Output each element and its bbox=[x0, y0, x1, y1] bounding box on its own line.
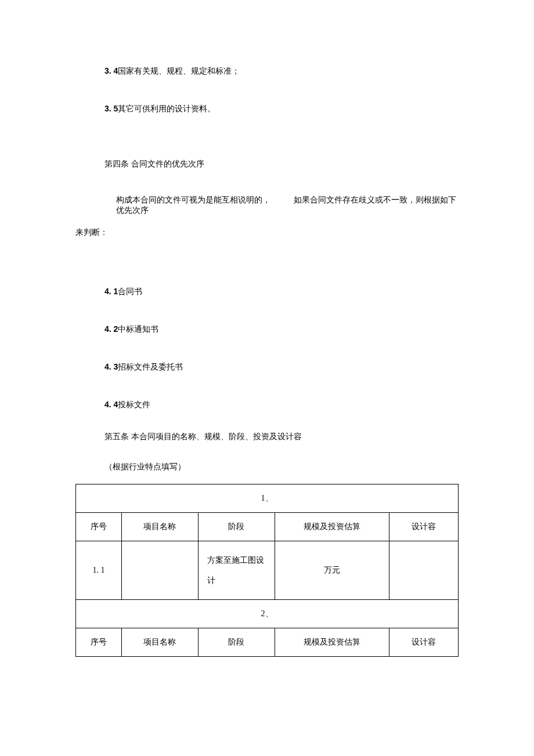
cell-design-content bbox=[389, 541, 459, 599]
header-scale-investment: 规模及投资估算 bbox=[275, 628, 389, 656]
data-row-1-1: 1. 1 方案至施工图设计 万元 bbox=[76, 541, 459, 599]
para-text: 其它可供利用的设计资料。 bbox=[118, 104, 215, 113]
body-part-a: 构成本合同的文件可视为是能互相说明的， bbox=[116, 196, 270, 204]
section-4-body-line1: 构成本合同的文件可视为是能互相说明的，如果合同文件存在歧义或不一致，则根据如下优… bbox=[75, 195, 459, 216]
para-text: 投标文件 bbox=[118, 400, 150, 409]
section-5-note: （根据行业特点填写） bbox=[75, 462, 459, 472]
project-table: 1、 序号 项目名称 阶段 规模及投资估算 设计容 1. 1 方案至施工图设计 … bbox=[75, 484, 459, 657]
header-design-content: 设计容 bbox=[389, 512, 459, 541]
para-number: 4. 3 bbox=[104, 362, 118, 371]
header-phase: 阶段 bbox=[198, 628, 275, 656]
para-text: 招标文件及委托书 bbox=[118, 363, 183, 371]
note-text: （根据行业特点填写） bbox=[104, 462, 186, 471]
para-text: 国家有关规、规程、规定和标准； bbox=[118, 67, 240, 75]
header-phase: 阶段 bbox=[198, 512, 275, 541]
para-text: 中标通知书 bbox=[118, 325, 158, 334]
header-seq: 序号 bbox=[76, 628, 122, 656]
group-1-header-row: 1、 bbox=[76, 484, 459, 512]
group-2-header-row: 2、 bbox=[76, 599, 459, 628]
document-body: 3. 4国家有关规、规程、规定和标准； 3. 5其它可供利用的设计资料。 第四条… bbox=[0, 0, 534, 657]
cell-seq: 1. 1 bbox=[76, 541, 122, 599]
group-1-header-cell: 1、 bbox=[76, 484, 459, 512]
para-number: 3. 4 bbox=[104, 66, 118, 75]
para-number: 4. 2 bbox=[104, 324, 118, 334]
header-scale-investment: 规模及投资估算 bbox=[275, 512, 389, 541]
group-2-header-cell: 2、 bbox=[76, 599, 459, 628]
paragraph-3-5: 3. 5其它可供利用的设计资料。 bbox=[75, 102, 459, 116]
body-part-c: 来判断： bbox=[75, 228, 108, 237]
header-project-name: 项目名称 bbox=[122, 512, 199, 541]
para-number: 3. 5 bbox=[104, 104, 118, 113]
paragraph-4-4: 4. 4投标文件 bbox=[75, 397, 459, 412]
paragraph-3-4: 3. 4国家有关规、规程、规定和标准； bbox=[75, 64, 459, 78]
section-4-title: 第四条 合同文件的优先次序 bbox=[75, 157, 459, 171]
paragraph-4-2: 4. 2中标通知书 bbox=[75, 322, 459, 337]
para-number: 4. 1 bbox=[104, 287, 118, 296]
header-project-name: 项目名称 bbox=[122, 628, 199, 656]
header-seq: 序号 bbox=[76, 512, 122, 541]
cell-phase: 方案至施工图设计 bbox=[198, 541, 275, 599]
section-title-text: 第四条 合同文件的优先次序 bbox=[104, 160, 204, 168]
cell-scale-investment: 万元 bbox=[275, 541, 389, 599]
para-number: 4. 4 bbox=[104, 400, 118, 409]
paragraph-4-3: 4. 3招标文件及委托书 bbox=[75, 360, 459, 374]
cell-project-name bbox=[122, 541, 199, 599]
header-design-content: 设计容 bbox=[389, 628, 459, 656]
section-5-title: 第五条 本合同项目的名称、规模、阶段、投资及设计容 bbox=[75, 429, 459, 444]
column-header-row-1: 序号 项目名称 阶段 规模及投资估算 设计容 bbox=[76, 512, 459, 541]
paragraph-4-1: 4. 1合同书 bbox=[75, 284, 459, 299]
para-text: 合同书 bbox=[118, 287, 142, 296]
column-header-row-2: 序号 项目名称 阶段 规模及投资估算 设计容 bbox=[76, 628, 459, 656]
section-title-text: 第五条 本合同项目的名称、规模、阶段、投资及设计容 bbox=[104, 432, 302, 441]
section-4-body-line2: 来判断： bbox=[75, 227, 459, 238]
